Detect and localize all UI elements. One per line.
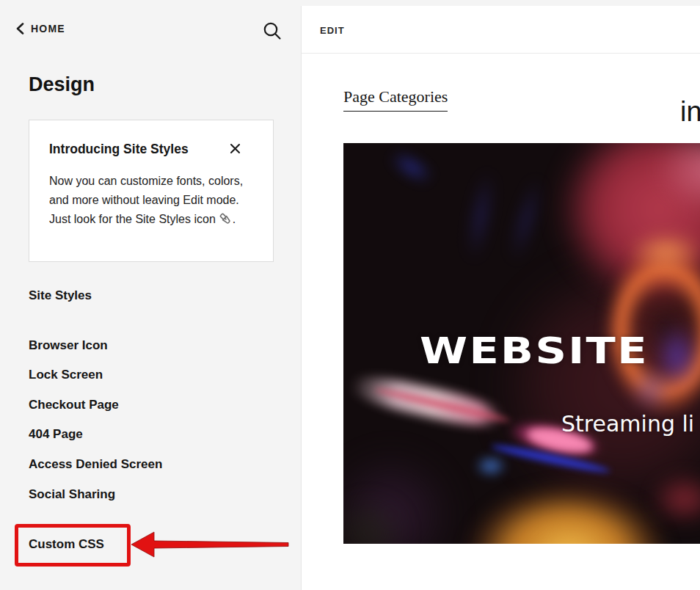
site-styles-brush-icon	[219, 212, 232, 231]
close-x-glyph	[230, 143, 241, 154]
notice-body: Now you can customize fonts, colors, and…	[49, 172, 253, 231]
search-icon	[262, 21, 282, 41]
hero-gradient-shape	[377, 143, 446, 195]
sidebar-item-404-page[interactable]: 404 Page	[29, 427, 83, 443]
hero-image[interactable]: WEBSITE Streaming li	[343, 143, 700, 544]
back-home-label: HOME	[31, 23, 65, 34]
annotation-arrow	[131, 528, 290, 561]
sidebar-item-lock-screen[interactable]: Lock Screen	[29, 368, 103, 384]
hero-title: WEBSITE	[420, 329, 649, 372]
notice-body-period: .	[233, 213, 236, 225]
annotation-highlight-box	[15, 524, 131, 567]
back-home-button[interactable]: HOME	[16, 23, 65, 34]
panel-title: Design	[29, 73, 95, 96]
sidebar-item-access-denied[interactable]: Access Denied Screen	[29, 457, 162, 473]
notice-body-text: Now you can customize fonts, colors, and…	[49, 175, 243, 225]
sidebar-item-browser-icon[interactable]: Browser Icon	[29, 338, 108, 354]
design-sidebar: HOME Design Introducing Site Styles Now …	[0, 0, 301, 590]
sidebar-item-social-sharing[interactable]: Social Sharing	[29, 487, 115, 503]
page-categories-link[interactable]: Page Categories	[343, 87, 448, 112]
chevron-left-icon	[16, 23, 24, 34]
search-button[interactable]	[262, 21, 282, 41]
site-preview: Page Categories in	[302, 54, 700, 590]
hero-subtitle: Streaming li	[561, 411, 694, 437]
editor-top-bar: EDIT	[302, 6, 700, 54]
sidebar-item-checkout-page[interactable]: Checkout Page	[29, 398, 119, 414]
close-icon[interactable]	[230, 143, 241, 155]
hero-gradient-shape	[470, 451, 512, 481]
design-settings-screen: HOME Design Introducing Site Styles Now …	[0, 0, 700, 590]
annotation-arrow-shape	[131, 532, 288, 557]
sidebar-item-site-styles[interactable]: Site Styles	[29, 288, 92, 305]
hero-gradient-shape	[459, 153, 502, 280]
site-styles-notice-card: Introducing Site Styles Now you can cust…	[29, 120, 274, 262]
tab-edit[interactable]: EDIT	[320, 25, 345, 36]
editor-preview-panel: EDIT Page Categories in	[301, 6, 700, 590]
partial-heading-text: in	[680, 96, 700, 128]
notice-title: Introducing Site Styles	[49, 142, 189, 157]
